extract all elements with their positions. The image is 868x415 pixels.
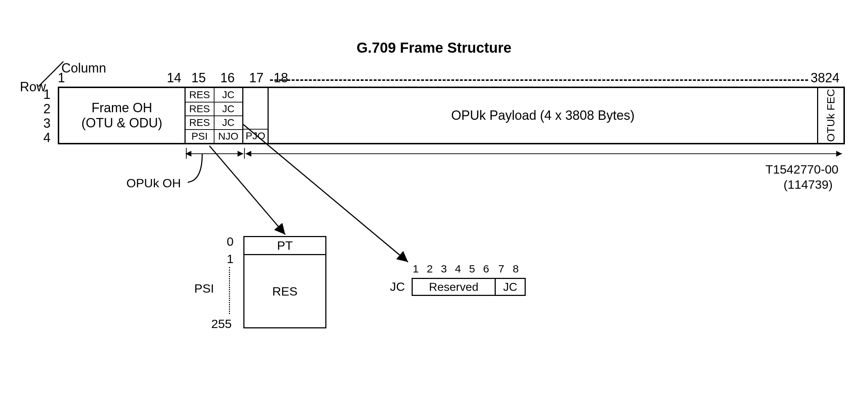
opuk-oh-label: OPUk OH bbox=[126, 176, 181, 190]
psi-multiframe-box: PT RES bbox=[243, 236, 326, 328]
jc-bit-2: 2 bbox=[427, 263, 433, 275]
jc-bit-3: 3 bbox=[441, 263, 447, 275]
jc-bit-7: 7 bbox=[498, 263, 504, 275]
frame-oh-section: Frame OH (OTU & ODU) bbox=[59, 88, 186, 143]
cell-r2-c16: JC bbox=[214, 102, 243, 115]
opuk-oh-dimension bbox=[186, 153, 243, 154]
opuk-oh-tick-l bbox=[186, 148, 187, 159]
cell-r4-c17-pjo: PJO bbox=[243, 129, 268, 143]
row-1: 1 bbox=[40, 87, 51, 102]
psi-dots bbox=[229, 267, 230, 314]
col-1: 1 bbox=[58, 70, 65, 86]
payload-dimension bbox=[246, 153, 842, 154]
g709-frame: Frame OH (OTU & ODU) RES JC RES JC RES J… bbox=[58, 87, 845, 144]
cell-r1-c16: JC bbox=[214, 88, 243, 102]
jc-byte-box: Reserved JC bbox=[412, 278, 526, 296]
col17-empty bbox=[243, 88, 268, 129]
column-range-dashes bbox=[270, 79, 808, 81]
psi-pt-cell: PT bbox=[244, 237, 325, 255]
col-17: 17 bbox=[249, 70, 264, 86]
psi-idx-255: 255 bbox=[211, 317, 232, 331]
cell-r4-c16-njo: NJO bbox=[214, 129, 243, 143]
col-15: 15 bbox=[191, 70, 206, 86]
psi-res-cell: RES bbox=[244, 255, 325, 327]
callout-arrows bbox=[0, 0, 868, 415]
jc-reserved-cell: Reserved bbox=[413, 279, 496, 295]
jc-bit-8: 8 bbox=[513, 263, 519, 275]
col-3824: 3824 bbox=[811, 70, 839, 86]
col-18: 18 bbox=[274, 70, 288, 86]
cell-r2-c15: RES bbox=[186, 102, 214, 115]
row-4: 4 bbox=[40, 131, 51, 145]
psi-idx-0: 0 bbox=[227, 235, 234, 249]
frame-oh-line1: Frame OH bbox=[91, 100, 152, 115]
jc-bit-4: 4 bbox=[455, 263, 461, 275]
cell-r3-c16: JC bbox=[214, 115, 243, 129]
cell-r4-c15-psi: PSI bbox=[186, 129, 214, 143]
jc-bit-5: 5 bbox=[469, 263, 475, 275]
ref-code-1: T1542770-00 bbox=[765, 162, 838, 176]
col-16: 16 bbox=[220, 70, 235, 86]
row-3: 3 bbox=[40, 116, 51, 131]
jc-bit-6: 6 bbox=[483, 263, 489, 275]
column-17-section: PJO bbox=[243, 88, 269, 143]
diagram-title: G.709 Frame Structure bbox=[356, 40, 511, 56]
jc-jc-cell: JC bbox=[496, 279, 525, 295]
jc-detail-label: JC bbox=[390, 280, 405, 294]
psi-idx-1: 1 bbox=[227, 252, 234, 266]
row-2: 2 bbox=[40, 102, 51, 116]
cell-r1-c15: RES bbox=[186, 88, 214, 102]
cell-r3-c15: RES bbox=[186, 115, 214, 129]
otuk-fec-section: OTUk FEC bbox=[818, 88, 843, 143]
frame-oh-line2: (OTU & ODU) bbox=[82, 115, 162, 131]
ref-code-2: (114739) bbox=[784, 178, 833, 192]
svg-line-1 bbox=[209, 146, 285, 235]
psi-detail-label: PSI bbox=[194, 281, 214, 296]
jc-bit-1: 1 bbox=[413, 263, 419, 275]
opuk-payload-section: OPUk Payload (4 x 3808 Bytes) bbox=[269, 88, 818, 143]
col-14: 14 bbox=[167, 70, 181, 86]
column-axis-label: Column bbox=[61, 61, 106, 76]
row-numbers: 1 2 3 4 bbox=[40, 87, 51, 145]
opuk-oh-tick-r bbox=[244, 148, 245, 159]
opuk-oh-grid: RES JC RES JC RES JC PSI NJO bbox=[186, 88, 243, 143]
